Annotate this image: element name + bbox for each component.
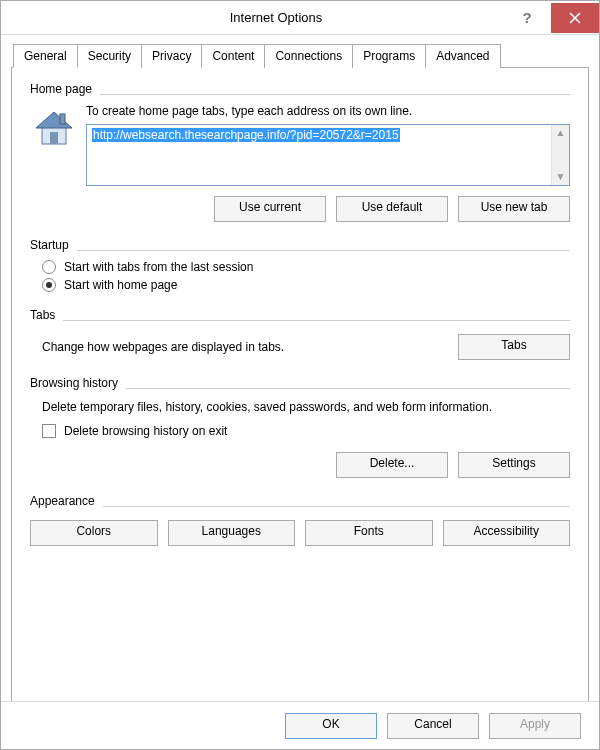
ok-button[interactable]: OK [285, 713, 377, 739]
checkbox-icon [42, 424, 56, 438]
apply-button[interactable]: Apply [489, 713, 581, 739]
svg-rect-3 [50, 132, 58, 144]
tabs-section-title: Tabs [30, 308, 55, 322]
homepage-section-title: Home page [30, 82, 92, 96]
delete-on-exit-checkbox[interactable]: Delete browsing history on exit [42, 424, 570, 438]
tab-programs[interactable]: Programs [352, 44, 426, 68]
radio-last-session-label: Start with tabs from the last session [64, 260, 253, 274]
general-panel: Home page To create home page tabs, type [11, 68, 589, 718]
radio-last-session[interactable]: Start with tabs from the last session [42, 260, 570, 274]
tab-connections[interactable]: Connections [264, 44, 353, 68]
chevron-up-icon[interactable]: ▲ [556, 128, 566, 138]
startup-section-title: Startup [30, 238, 69, 252]
radio-icon [42, 260, 56, 274]
scrollbar[interactable]: ▲ ▼ [551, 125, 569, 185]
use-default-button[interactable]: Use default [336, 196, 448, 222]
tab-general[interactable]: General [13, 44, 78, 68]
tab-privacy[interactable]: Privacy [141, 44, 202, 68]
tab-security[interactable]: Security [77, 44, 142, 68]
tabstrip: General Security Privacy Content Connect… [11, 43, 589, 68]
homepage-value: http://websearch.thesearchpage.info/?pid… [92, 128, 400, 142]
radio-icon [42, 278, 56, 292]
history-desc: Delete temporary files, history, cookies… [42, 400, 570, 414]
homepage-input[interactable]: http://websearch.thesearchpage.info/?pid… [86, 124, 570, 186]
appearance-section-title: Appearance [30, 494, 95, 508]
accessibility-button[interactable]: Accessibility [443, 520, 571, 546]
close-button[interactable] [551, 3, 599, 33]
internet-options-dialog: Internet Options ? General Security Priv… [0, 0, 600, 750]
titlebar: Internet Options ? [1, 1, 599, 35]
home-icon [30, 104, 74, 148]
use-current-button[interactable]: Use current [214, 196, 326, 222]
delete-button[interactable]: Delete... [336, 452, 448, 478]
homepage-desc: To create home page tabs, type each addr… [86, 104, 570, 118]
window-title: Internet Options [49, 10, 503, 25]
radio-home-page-label: Start with home page [64, 278, 177, 292]
tabs-button[interactable]: Tabs [458, 334, 570, 360]
svg-rect-2 [60, 114, 65, 124]
use-new-tab-button[interactable]: Use new tab [458, 196, 570, 222]
history-section-title: Browsing history [30, 376, 118, 390]
settings-button[interactable]: Settings [458, 452, 570, 478]
colors-button[interactable]: Colors [30, 520, 158, 546]
cancel-button[interactable]: Cancel [387, 713, 479, 739]
delete-on-exit-label: Delete browsing history on exit [64, 424, 227, 438]
languages-button[interactable]: Languages [168, 520, 296, 546]
tabs-desc: Change how webpages are displayed in tab… [42, 340, 438, 354]
chevron-down-icon[interactable]: ▼ [556, 172, 566, 182]
help-button[interactable]: ? [503, 3, 551, 33]
fonts-button[interactable]: Fonts [305, 520, 433, 546]
radio-home-page[interactable]: Start with home page [42, 278, 570, 292]
tab-advanced[interactable]: Advanced [425, 44, 500, 68]
svg-marker-1 [36, 112, 72, 128]
tab-content[interactable]: Content [201, 44, 265, 68]
dialog-footer: OK Cancel Apply [1, 701, 599, 749]
